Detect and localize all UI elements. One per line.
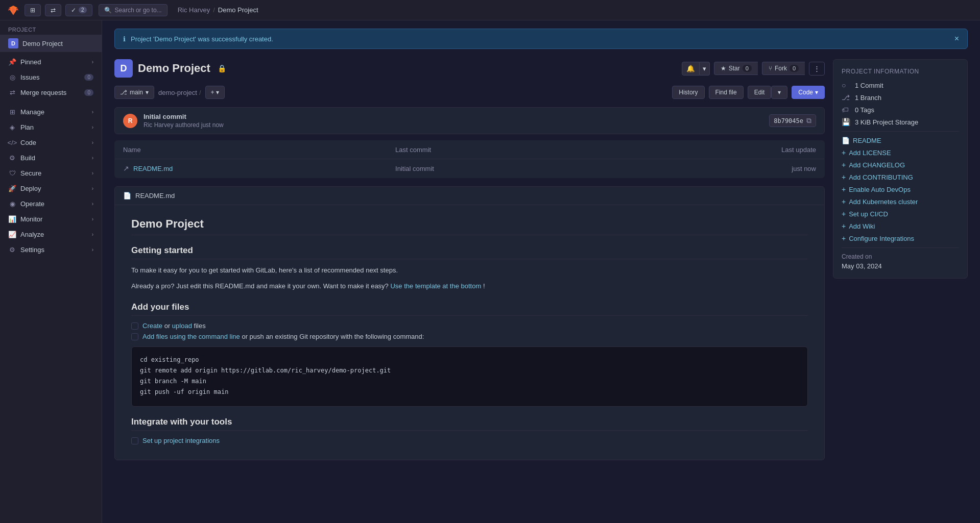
gitlab-logo[interactable] bbox=[6, 3, 20, 17]
project-title-area: D Demo Project 🔒 bbox=[114, 59, 226, 78]
file-name[interactable]: ↗ README.md bbox=[123, 164, 379, 172]
commit-avatar: R bbox=[123, 114, 137, 128]
create-link[interactable]: Create bbox=[142, 322, 162, 330]
add-files-checkbox2: Add files using the command line or push… bbox=[131, 333, 808, 340]
right-panel: Project information ○ 1 Commit ⎇ 1 Branc… bbox=[825, 59, 968, 468]
add-changelog-link[interactable]: + Add CHANGELOG bbox=[842, 161, 959, 169]
add-contributing-link[interactable]: + Add CONTRIBUTING bbox=[842, 173, 959, 181]
file-table-body: ↗ README.md Initial commit just now bbox=[115, 159, 825, 178]
sidebar-item-build[interactable]: ⚙ Build › bbox=[0, 150, 102, 165]
checkbox-3[interactable] bbox=[131, 437, 138, 444]
commit-message[interactable]: Initial commit bbox=[144, 113, 763, 120]
path-breadcrumb: demo-project / bbox=[158, 89, 201, 96]
add-files-checkbox1: Create or upload files bbox=[131, 322, 808, 330]
issues-icon: ✓ bbox=[71, 7, 76, 14]
enable-auto-devops-link[interactable]: + Enable Auto DevOps bbox=[842, 185, 959, 193]
project-avatar: D bbox=[114, 59, 133, 78]
edit-button[interactable]: Edit bbox=[748, 86, 772, 99]
integrate-checkbox1: Set up project integrations bbox=[131, 437, 808, 444]
checkbox-1[interactable] bbox=[131, 322, 138, 330]
alert-close-button[interactable]: × bbox=[954, 34, 959, 43]
sidebar-item-settings[interactable]: ⚙ Settings › bbox=[0, 242, 102, 257]
integrations-link[interactable]: Set up project integrations bbox=[142, 437, 220, 444]
sidebar-project-item[interactable]: D Demo Project bbox=[0, 35, 102, 52]
plus-icon: + bbox=[842, 210, 846, 218]
sidebar-item-manage[interactable]: ⊞ Manage › bbox=[0, 104, 102, 119]
sidebar-item-code[interactable]: </> Code › bbox=[0, 135, 102, 150]
home-icon: ⊞ bbox=[30, 7, 35, 14]
checkbox-2[interactable] bbox=[131, 333, 138, 340]
chevron-right-icon: › bbox=[92, 109, 93, 115]
stat-branches[interactable]: ⎇ 1 Branch bbox=[842, 93, 959, 102]
merge-icon: ⇄ bbox=[51, 7, 56, 14]
sidebar-item-pinned[interactable]: 📌 Pinned › bbox=[0, 54, 102, 69]
breadcrumb-project: Demo Project bbox=[218, 6, 258, 14]
add-license-link[interactable]: + Add LICENSE bbox=[842, 148, 959, 157]
lock-icon: 🔒 bbox=[218, 64, 226, 72]
issues-button[interactable]: ✓ 2 bbox=[65, 4, 92, 16]
sidebar-item-deploy[interactable]: 🚀 Deploy › bbox=[0, 181, 102, 196]
readme-icon: 📄 bbox=[842, 137, 850, 144]
history-button[interactable]: History bbox=[672, 86, 704, 99]
fork-count: 0 bbox=[790, 65, 799, 72]
project-header: D Demo Project 🔒 🔔 ▾ ★ Star bbox=[114, 59, 825, 78]
getting-started-text2: Already a pro? Just edit this README.md … bbox=[131, 281, 808, 292]
star-icon: ★ bbox=[721, 65, 726, 72]
stat-storage: 💾 3 KiB Project Storage bbox=[842, 118, 959, 126]
upload-link[interactable]: upload bbox=[172, 322, 192, 330]
readme-link[interactable]: 📄 README bbox=[842, 137, 959, 144]
stat-commits[interactable]: ○ 1 Commit bbox=[842, 81, 959, 89]
sidebar-item-secure[interactable]: 🛡 Secure › bbox=[0, 165, 102, 181]
template-link[interactable]: Use the template at the bottom bbox=[390, 282, 481, 290]
setup-cicd-link[interactable]: + Set up CI/CD bbox=[842, 210, 959, 218]
search-bar[interactable]: 🔍 Search or go to... bbox=[99, 4, 168, 16]
find-file-button[interactable]: Find file bbox=[709, 86, 744, 99]
sidebar-item-merge-requests[interactable]: ⇄ Merge requests 0 bbox=[0, 85, 102, 100]
more-actions-button[interactable]: ⋮ bbox=[809, 62, 825, 76]
edit-group: Edit ▾ bbox=[748, 86, 788, 99]
project-actions: 🔔 ▾ ★ Star 0 ⑂ bbox=[682, 62, 825, 76]
sidebar-item-operate[interactable]: ◉ Operate › bbox=[0, 196, 102, 211]
add-wiki-link[interactable]: + Add Wiki bbox=[842, 222, 959, 230]
star-button[interactable]: ★ Star 0 bbox=[714, 62, 758, 75]
add-files-heading: Add your files bbox=[131, 302, 808, 316]
sidebar-item-analyze[interactable]: 📈 Analyze › bbox=[0, 227, 102, 242]
stat-tags[interactable]: 🏷 0 Tags bbox=[842, 106, 959, 114]
sidebar-item-monitor[interactable]: 📊 Monitor › bbox=[0, 211, 102, 227]
pin-icon: 📌 bbox=[8, 58, 16, 66]
file-commit[interactable]: Initial commit bbox=[387, 159, 613, 178]
add-file-button[interactable]: + ▾ bbox=[205, 86, 225, 99]
home-button[interactable]: ⊞ bbox=[25, 4, 41, 16]
chevron-right-icon: › bbox=[92, 201, 93, 207]
chevron-right-icon: › bbox=[92, 59, 93, 65]
topbar: ⊞ ⇄ ✓ 2 🔍 Search or go to... Ric Harvey … bbox=[0, 0, 980, 20]
code-button[interactable]: Code ▾ bbox=[792, 86, 825, 99]
code-line-2: git remote add origin https://gitlab.com… bbox=[140, 366, 799, 376]
issues-icon: ◎ bbox=[8, 73, 16, 81]
panel-divider-2 bbox=[842, 247, 959, 248]
getting-started-text1: To make it easy for you to get started w… bbox=[131, 265, 808, 276]
getting-started-heading: Getting started bbox=[131, 245, 808, 259]
fork-button[interactable]: ⑂ Fork 0 bbox=[762, 62, 805, 75]
sidebar-item-issues[interactable]: ◎ Issues 0 bbox=[0, 69, 102, 85]
content-area: D Demo Project 🔒 🔔 ▾ ★ Star bbox=[114, 59, 968, 468]
configure-integrations-link[interactable]: + Configure Integrations bbox=[842, 234, 959, 242]
add-kubernetes-link[interactable]: + Add Kubernetes cluster bbox=[842, 197, 959, 206]
chevron-right-icon: › bbox=[92, 247, 93, 253]
copy-hash-button[interactable]: ⧉ bbox=[806, 116, 811, 125]
sidebar-section-label: Project bbox=[0, 20, 102, 35]
notifications-button[interactable]: 🔔 bbox=[682, 62, 700, 76]
branch-selector[interactable]: ⎇ main ▾ bbox=[114, 86, 154, 99]
commit-hash: 8b79045e ⧉ bbox=[769, 114, 816, 127]
merge-requests-button[interactable]: ⇄ bbox=[45, 4, 61, 16]
notifications-dropdown[interactable]: ▾ bbox=[700, 62, 710, 76]
edit-dropdown-button[interactable]: ▾ bbox=[771, 86, 787, 99]
commit-hash-value[interactable]: 8b79045e bbox=[774, 117, 803, 124]
plus-icon: + bbox=[842, 222, 846, 230]
storage-icon: 💾 bbox=[842, 118, 851, 126]
cmdline-link[interactable]: Add files using the command line bbox=[142, 333, 240, 340]
dropdown-icon: ▾ bbox=[146, 89, 149, 96]
plus-icon: + bbox=[842, 148, 846, 157]
sidebar-item-plan[interactable]: ◈ Plan › bbox=[0, 119, 102, 135]
breadcrumb-user[interactable]: Ric Harvey bbox=[178, 6, 210, 14]
